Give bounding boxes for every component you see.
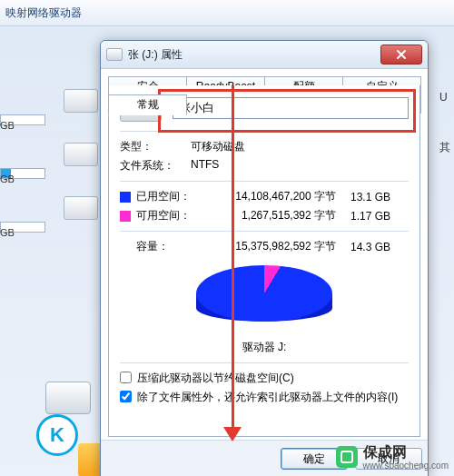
divider <box>120 362 409 363</box>
drive-icon <box>64 196 98 220</box>
filesystem-label: 文件系统： <box>120 158 191 174</box>
window-title: 张 (J:) 属性 <box>128 47 183 63</box>
usage-pie-chart <box>196 265 332 336</box>
drive-name-input[interactable] <box>173 97 409 119</box>
label-other: 其 <box>439 140 454 155</box>
filesystem-value: NTFS <box>191 158 409 174</box>
right-edge-labels: U 其 <box>439 82 454 164</box>
compress-label: 压缩此驱动器以节约磁盘空间(C) <box>137 371 294 385</box>
titlebar[interactable]: 张 (J:) 属性 <box>101 41 428 69</box>
drive-row[interactable]: GB <box>0 137 109 191</box>
explorer-toolbar: 映射网络驱动器 <box>0 0 454 26</box>
label-u: U <box>439 91 454 104</box>
drive-icon <box>64 89 98 113</box>
free-swatch <box>120 211 131 222</box>
close-button[interactable] <box>380 45 422 64</box>
drive-letter-label: 驱动器 J: <box>120 340 409 355</box>
free-label: 可用空间： <box>136 208 200 223</box>
map-network-drive-button[interactable]: 映射网络驱动器 <box>5 5 82 21</box>
capacity-label: 容量： <box>136 239 200 254</box>
properties-dialog: 张 (J:) 属性 安全 ReadyBoost 配额 自定义 常规 工具 硬件 … <box>100 40 429 476</box>
capacity-bytes: 15,375,982,592 字节 <box>200 239 336 254</box>
close-icon <box>396 49 407 60</box>
used-swatch <box>120 192 131 203</box>
capacity-unit: GB <box>0 227 15 238</box>
tab-general[interactable]: 常规 <box>108 94 187 115</box>
watermark-name: 保成网 <box>363 443 449 462</box>
watermark: 保成网 www.sbaocheng.com <box>336 443 449 471</box>
type-value: 可移动磁盘 <box>191 139 409 154</box>
drive-row[interactable]: GB <box>0 84 109 137</box>
divider <box>120 131 409 132</box>
divider <box>120 231 409 232</box>
drive-row[interactable]: GB <box>0 191 109 244</box>
app-k-icon[interactable]: K <box>36 414 78 456</box>
index-label: 除了文件属性外，还允许索引此驱动器上文件的内容(I) <box>137 390 398 404</box>
index-checkbox-row[interactable]: 除了文件属性外，还允许索引此驱动器上文件的内容(I) <box>120 390 409 404</box>
compress-checkbox[interactable] <box>120 372 132 383</box>
used-gb: 13.1 GB <box>336 191 390 203</box>
watermark-url: www.sbaocheng.com <box>363 461 449 471</box>
drive-list: GB GB GB <box>0 84 109 244</box>
index-checkbox[interactable] <box>120 391 132 402</box>
used-bytes: 14,108,467,200 字节 <box>200 189 336 204</box>
drive-icon <box>64 143 98 166</box>
compress-checkbox-row[interactable]: 压缩此驱动器以节约磁盘空间(C) <box>120 371 409 385</box>
divider <box>120 181 409 182</box>
free-bytes: 1,267,515,392 字节 <box>200 208 336 223</box>
large-drive-icon[interactable] <box>45 382 91 414</box>
free-gb: 1.17 GB <box>336 210 390 223</box>
type-label: 类型： <box>120 139 191 154</box>
capacity-unit: GB <box>0 174 15 184</box>
capacity-gb: 14.3 GB <box>336 241 390 253</box>
watermark-logo-icon <box>336 446 358 468</box>
drive-icon <box>106 48 123 61</box>
capacity-unit: GB <box>0 120 15 131</box>
general-panel: 类型：可移动磁盘 文件系统：NTFS 已用空间： 14,108,467,200 … <box>108 85 420 437</box>
used-label: 已用空间： <box>136 189 200 204</box>
